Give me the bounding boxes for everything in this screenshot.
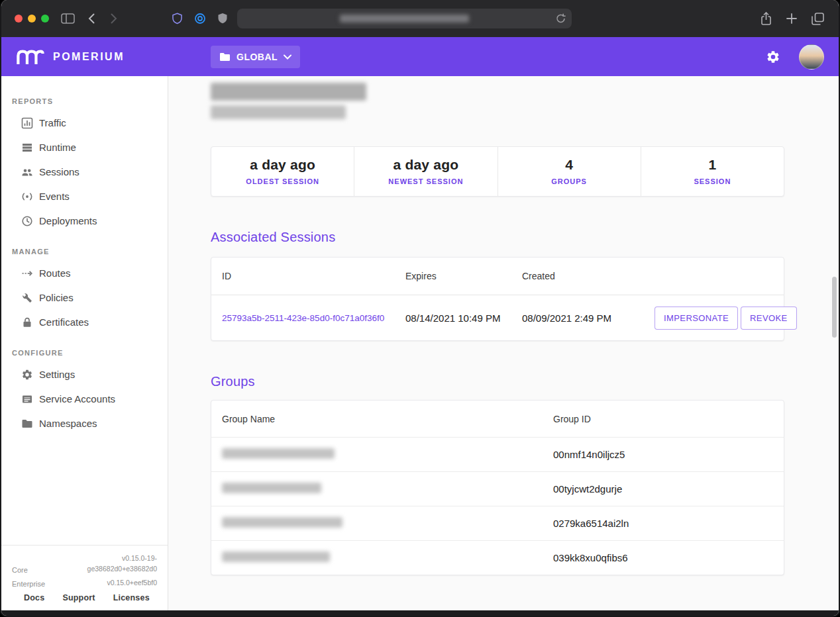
group-row: 00tyjcwt2dgurje bbox=[211, 471, 784, 506]
stat-value: a day ago bbox=[354, 157, 497, 173]
enterprise-version-row: Enterprise v0.15.0+eef5bf0 bbox=[12, 578, 157, 588]
group-id: 00tyjcwt2dgurje bbox=[553, 483, 773, 495]
core-version-row: Core v0.15.0-19- ge38682d0+e38682d0 bbox=[12, 553, 157, 573]
stat-value: 4 bbox=[498, 157, 641, 173]
main-content: a day ago OLDEST SESSION a day ago NEWES… bbox=[168, 76, 839, 610]
section-label-reports: REPORTS bbox=[12, 97, 157, 105]
groups-title: Groups bbox=[211, 374, 784, 389]
group-name-blurred bbox=[222, 551, 330, 562]
sidebar-item-traffic[interactable]: Traffic bbox=[1, 111, 168, 135]
group-id: 039kk8xu0qfibs6 bbox=[553, 552, 773, 563]
session-actions: IMPERSONATE REVOKE bbox=[655, 307, 797, 330]
sidebar-item-certificates[interactable]: Certificates bbox=[1, 310, 168, 334]
user-name-blurred bbox=[211, 83, 366, 101]
sidebar-item-routes[interactable]: Routes bbox=[1, 261, 168, 285]
tab-overview-icon[interactable] bbox=[812, 13, 824, 25]
minimize-window-button[interactable] bbox=[28, 15, 36, 23]
stat-label: OLDEST SESSION bbox=[211, 177, 354, 185]
user-avatar[interactable] bbox=[799, 44, 824, 70]
list-box-icon bbox=[21, 393, 33, 405]
group-row: 0279ka6514ai2ln bbox=[211, 506, 784, 540]
address-bar[interactable] bbox=[237, 9, 572, 28]
app-header: POMERIUM GLOBAL bbox=[1, 37, 839, 76]
sidebar-item-policies[interactable]: Policies bbox=[1, 285, 168, 310]
settings-gear-icon[interactable] bbox=[766, 50, 780, 64]
stat-newest-session: a day ago NEWEST SESSION bbox=[354, 147, 498, 196]
session-id-link[interactable]: 25793a5b-2511-423e-85d0-f0c71a0f36f0 bbox=[222, 313, 405, 323]
sidebar-item-label: Sessions bbox=[39, 166, 79, 177]
sidebar-item-label: Deployments bbox=[39, 215, 97, 226]
pomerium-logo-icon bbox=[16, 48, 45, 66]
antenna-icon bbox=[21, 191, 33, 203]
window-bottom-edge bbox=[1, 610, 839, 616]
section-label-configure: CONFIGURE bbox=[12, 349, 157, 357]
sidebar-item-label: Certificates bbox=[39, 316, 89, 328]
shield-icon[interactable] bbox=[217, 13, 228, 24]
sidebar-item-namespaces[interactable]: Namespaces bbox=[1, 411, 168, 436]
sidebar-footer: Core v0.15.0-19- ge38682d0+e38682d0 Ente… bbox=[1, 545, 168, 610]
stat-value: 1 bbox=[641, 157, 784, 173]
sidebar-item-deployments[interactable]: Deployments bbox=[1, 209, 168, 233]
url-text-blurred bbox=[340, 15, 469, 23]
lock-icon bbox=[21, 316, 33, 328]
gear-icon bbox=[21, 369, 33, 381]
sessions-table: ID Expires Created 25793a5b-2511-423e-85… bbox=[211, 257, 784, 341]
sidebar-item-runtime[interactable]: Runtime bbox=[1, 135, 168, 160]
stat-session-count: 1 SESSION bbox=[641, 147, 784, 196]
column-header-expires: Expires bbox=[405, 271, 522, 281]
group-id: 00nmf14n0iljcz5 bbox=[553, 449, 773, 460]
groups-table: Group Name Group ID 00nmf14n0iljcz5 00ty… bbox=[211, 400, 784, 575]
revoke-button[interactable]: REVOKE bbox=[741, 307, 797, 330]
target-circle-icon[interactable] bbox=[194, 13, 206, 24]
group-name-blurred bbox=[222, 483, 321, 493]
column-header-group-id: Group ID bbox=[553, 414, 773, 424]
enterprise-version: v0.15.0+eef5bf0 bbox=[107, 578, 157, 588]
header-right bbox=[766, 44, 839, 70]
core-label: Core bbox=[12, 566, 28, 574]
privacy-shield-icon[interactable] bbox=[172, 13, 183, 24]
stat-label: SESSION bbox=[641, 177, 784, 185]
forward-icon[interactable] bbox=[111, 13, 117, 24]
sidebar-toggle-icon[interactable] bbox=[61, 13, 75, 24]
column-header-group-name: Group Name bbox=[222, 414, 553, 424]
session-expires: 08/14/2021 10:49 PM bbox=[405, 312, 522, 324]
sidebar: REPORTS Traffic Runtime Sessions Events … bbox=[1, 76, 168, 610]
namespace-selector[interactable]: GLOBAL bbox=[211, 46, 300, 68]
people-icon bbox=[21, 166, 33, 178]
sidebar-footer-links: Docs Support Licenses bbox=[12, 593, 157, 602]
chart-icon bbox=[21, 117, 33, 129]
back-icon[interactable] bbox=[88, 13, 95, 24]
sidebar-item-service-accounts[interactable]: Service Accounts bbox=[1, 387, 168, 411]
stat-groups: 4 GROUPS bbox=[498, 147, 641, 196]
section-label-manage: MANAGE bbox=[12, 248, 157, 256]
namespace-label: GLOBAL bbox=[236, 52, 278, 62]
scrollbar-thumb[interactable] bbox=[832, 277, 837, 338]
sidebar-item-label: Runtime bbox=[39, 142, 76, 153]
support-link[interactable]: Support bbox=[62, 593, 95, 602]
content-area: REPORTS Traffic Runtime Sessions Events … bbox=[1, 76, 839, 610]
session-created: 08/09/2021 2:49 PM bbox=[522, 312, 655, 324]
folder-icon bbox=[219, 52, 231, 62]
sidebar-item-events[interactable]: Events bbox=[1, 184, 168, 209]
enterprise-label: Enterprise bbox=[12, 580, 45, 588]
browser-chrome bbox=[1, 0, 839, 37]
zoom-window-button[interactable] bbox=[41, 15, 49, 23]
sidebar-item-label: Settings bbox=[39, 369, 75, 380]
associated-sessions-title: Associated Sessions bbox=[211, 230, 784, 245]
sessions-table-header: ID Expires Created bbox=[211, 258, 784, 295]
group-row: 00nmf14n0iljcz5 bbox=[211, 437, 784, 471]
user-identity-blurred bbox=[211, 83, 784, 119]
sidebar-item-settings[interactable]: Settings bbox=[1, 362, 168, 387]
licenses-link[interactable]: Licenses bbox=[113, 593, 150, 602]
impersonate-button[interactable]: IMPERSONATE bbox=[655, 307, 738, 330]
sidebar-item-label: Service Accounts bbox=[39, 393, 115, 404]
reload-icon[interactable] bbox=[556, 13, 566, 24]
browser-window: POMERIUM GLOBAL REPORTS Traffic bbox=[0, 0, 840, 617]
new-tab-icon[interactable] bbox=[786, 13, 797, 24]
docs-link[interactable]: Docs bbox=[24, 593, 44, 602]
column-header-created: Created bbox=[522, 271, 655, 281]
close-window-button[interactable] bbox=[15, 15, 23, 23]
user-email-blurred bbox=[211, 105, 346, 119]
sidebar-item-sessions[interactable]: Sessions bbox=[1, 160, 168, 184]
share-icon[interactable] bbox=[761, 12, 772, 25]
